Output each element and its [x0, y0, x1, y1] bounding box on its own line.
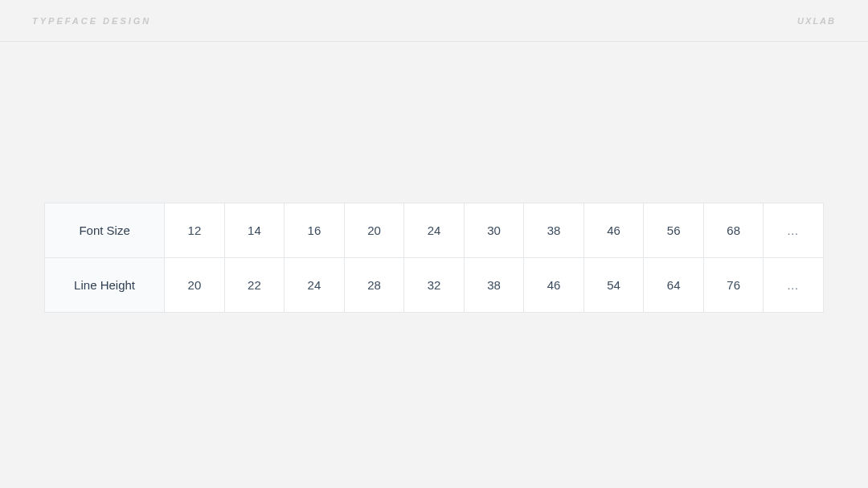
font-size-value: 56 — [644, 203, 704, 258]
ellipsis-icon: … — [764, 258, 824, 313]
row-header-line-height: Line Height — [45, 258, 165, 313]
row-header-font-size: Font Size — [45, 203, 165, 258]
typography-scale-table: Font Size 12 14 16 20 24 30 38 46 56 68 … — [44, 203, 824, 313]
content-area: Font Size 12 14 16 20 24 30 38 46 56 68 … — [0, 42, 868, 313]
font-size-value: 12 — [165, 203, 225, 258]
table-row: Font Size 12 14 16 20 24 30 38 46 56 68 … — [45, 203, 824, 258]
font-size-value: 38 — [524, 203, 584, 258]
font-size-value: 20 — [344, 203, 404, 258]
line-height-value: 28 — [344, 258, 404, 313]
header-title-left: TYPEFACE DESIGN — [32, 16, 151, 26]
font-size-value: 30 — [464, 203, 524, 258]
line-height-value: 46 — [524, 258, 584, 313]
font-size-value: 68 — [703, 203, 764, 258]
line-height-value: 24 — [285, 258, 345, 313]
line-height-value: 54 — [583, 258, 644, 313]
line-height-value: 20 — [165, 258, 225, 313]
header: TYPEFACE DESIGN UXLAB — [0, 0, 868, 42]
line-height-value: 76 — [703, 258, 764, 313]
line-height-value: 32 — [404, 258, 465, 313]
line-height-value: 64 — [644, 258, 704, 313]
line-height-value: 22 — [224, 258, 285, 313]
font-size-value: 24 — [404, 203, 465, 258]
ellipsis-icon: … — [764, 203, 824, 258]
font-size-value: 14 — [224, 203, 285, 258]
table-row: Line Height 20 22 24 28 32 38 46 54 64 7… — [45, 258, 824, 313]
font-size-value: 16 — [285, 203, 345, 258]
line-height-value: 38 — [464, 258, 524, 313]
font-size-value: 46 — [583, 203, 644, 258]
header-title-right: UXLAB — [797, 16, 836, 26]
